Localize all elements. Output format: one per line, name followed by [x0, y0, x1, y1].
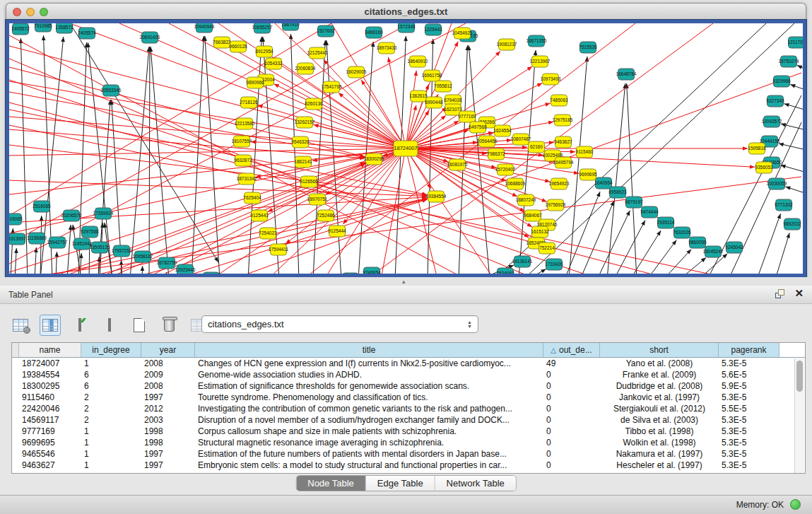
cell-short[interactable]: Yano et al. (2008): [600, 358, 719, 368]
cell-year[interactable]: 1997: [141, 460, 195, 470]
table-settings-button[interactable]: [10, 315, 31, 336]
tab-network-table[interactable]: Network Table: [435, 476, 516, 491]
cell-name[interactable]: 18300295: [19, 381, 81, 391]
cell-pagerank[interactable]: 5.3E-5: [719, 460, 779, 470]
cell-pagerank[interactable]: 5.3E-5: [719, 426, 779, 436]
cell-title[interactable]: Structural magnetic resonance image aver…: [195, 438, 543, 448]
cell-title[interactable]: Investigating the contribution of common…: [195, 404, 543, 414]
tab-node-table[interactable]: Node Table: [296, 476, 366, 491]
table-row[interactable]: 1938455462009Genome-wide association stu…: [12, 369, 805, 380]
table-row[interactable]: 977716911998Corpus callosum shape and si…: [12, 426, 805, 437]
network-graph[interactable]: 2405572791098513585722405574206914061094…: [9, 23, 803, 274]
cell-name[interactable]: 18724007: [19, 358, 81, 368]
show-columns-button[interactable]: [40, 315, 61, 336]
cell-short[interactable]: de Silva et al. (2003): [600, 415, 719, 425]
column-header-in_degree[interactable]: in_degree: [81, 343, 141, 357]
vertical-scrollbar[interactable]: [794, 358, 804, 473]
cell-name[interactable]: 9115460: [19, 392, 81, 402]
cell-year[interactable]: 2009: [141, 370, 195, 380]
cell-name[interactable]: 22420046: [19, 404, 81, 414]
column-header-short[interactable]: short: [600, 343, 719, 357]
column-header-name[interactable]: name: [19, 343, 81, 357]
cell-year[interactable]: 1997: [141, 449, 195, 459]
cell-out_degree[interactable]: 0: [543, 392, 600, 402]
cell-in_degree[interactable]: 2: [81, 415, 141, 425]
cell-in_degree[interactable]: 1: [81, 438, 141, 448]
table-row[interactable]: 946554611997Estimation of the future num…: [12, 448, 805, 460]
cell-title[interactable]: Estimation of significance thresholds fo…: [195, 381, 543, 391]
cell-out_degree[interactable]: 0: [543, 449, 600, 459]
column-header-year[interactable]: year: [141, 343, 195, 357]
table-row[interactable]: 2242004622012Investigating the contribut…: [12, 403, 805, 414]
column-header-out_degree[interactable]: △out_de...: [543, 343, 600, 357]
tab-edge-table[interactable]: Edge Table: [366, 476, 435, 491]
cell-short[interactable]: Tibbo et al. (1998): [600, 426, 719, 436]
deselect-all-button[interactable]: [99, 315, 120, 336]
cell-pagerank[interactable]: 5.3E-5: [719, 438, 779, 448]
cell-name[interactable]: 9777169: [19, 426, 81, 436]
cell-in_degree[interactable]: 1: [81, 460, 141, 470]
cell-out_degree[interactable]: 0: [543, 460, 600, 470]
table-row[interactable]: 1456911722003Disruption of a novel membe…: [12, 414, 805, 426]
network-view[interactable]: 2405572791098513585722405574206914061094…: [6, 20, 806, 277]
cell-name[interactable]: 9699695: [19, 438, 81, 448]
cell-pagerank[interactable]: 5.3E-5: [719, 449, 779, 459]
cell-name[interactable]: 14569117: [19, 415, 81, 425]
cell-title[interactable]: Tourette syndrome. Phenomenology and cla…: [195, 392, 543, 402]
cell-out_degree[interactable]: 0: [543, 404, 600, 414]
cell-in_degree[interactable]: 1: [81, 358, 141, 368]
cell-short[interactable]: Jankovic et al. (1997): [600, 392, 719, 402]
cell-title[interactable]: Changes of HCN gene expression and I(f) …: [195, 358, 543, 368]
cell-out_degree[interactable]: 0: [543, 438, 600, 448]
cell-in_degree[interactable]: 2: [81, 392, 141, 402]
table-row[interactable]: 969969511998Structural magnetic resonanc…: [12, 437, 805, 448]
cell-in_degree[interactable]: 1: [81, 426, 141, 436]
cell-year[interactable]: 2003: [141, 415, 195, 425]
cell-pagerank[interactable]: 5.5E-5: [719, 404, 779, 414]
cell-short[interactable]: Hescheler et al. (1997): [600, 460, 719, 470]
cell-in_degree[interactable]: 2: [81, 404, 141, 414]
column-header-pagerank[interactable]: pagerank: [719, 343, 779, 357]
cell-out_degree[interactable]: 0: [543, 426, 600, 436]
cell-short[interactable]: Dudbridge et al. (2008): [600, 381, 719, 391]
cell-title[interactable]: Corpus callosum shape and size in male p…: [195, 426, 543, 436]
cell-year[interactable]: 1997: [141, 392, 195, 402]
table-row[interactable]: 1872400712008Changes of HCN gene express…: [12, 358, 805, 369]
table-row[interactable]: 946362711997Embryonic stem cells: a mode…: [12, 460, 805, 471]
splitter-grip-icon[interactable]: ▴: [402, 278, 406, 285]
cell-pagerank[interactable]: 5.6E-5: [719, 370, 779, 380]
cell-pagerank[interactable]: 5.9E-5: [719, 381, 779, 391]
cell-short[interactable]: Stergiakouli et al. (2012): [600, 404, 719, 414]
cell-pagerank[interactable]: 5.3E-5: [719, 415, 779, 425]
delete-button[interactable]: [158, 315, 180, 336]
cell-in_degree[interactable]: 1: [81, 449, 141, 459]
float-window-icon[interactable]: [775, 289, 784, 298]
cell-out_degree[interactable]: 0: [543, 415, 600, 425]
cell-short[interactable]: Nakamura et al. (1997): [600, 449, 719, 459]
cell-year[interactable]: 2008: [141, 358, 195, 368]
cell-in_degree[interactable]: 6: [81, 381, 141, 391]
cell-name[interactable]: 19384554: [19, 370, 81, 380]
cell-title[interactable]: Disruption of a novel member of a sodium…: [195, 415, 543, 425]
cell-in_degree[interactable]: 6: [81, 370, 141, 380]
cell-title[interactable]: Estimation of the future numbers of pati…: [195, 449, 543, 459]
select-all-button[interactable]: [69, 315, 90, 336]
cell-short[interactable]: Franke et al. (2009): [600, 370, 719, 380]
cell-title[interactable]: Genome-wide association studies in ADHD.: [195, 370, 543, 380]
cell-name[interactable]: 9465546: [19, 449, 81, 459]
graph-node[interactable]: [343, 273, 359, 274]
cell-pagerank[interactable]: 5.3E-5: [719, 358, 779, 368]
graph-node[interactable]: [204, 272, 220, 274]
cell-out_degree[interactable]: 0: [543, 381, 600, 391]
cell-out_degree[interactable]: 49: [543, 358, 600, 368]
column-header-title[interactable]: title: [195, 343, 543, 357]
network-window-titlebar[interactable]: citations_edges.txt: [6, 3, 806, 20]
close-icon[interactable]: ✕: [794, 288, 804, 298]
cell-title[interactable]: Embryonic stem cells: a model to study s…: [195, 460, 543, 470]
cell-pagerank[interactable]: 5.3E-5: [719, 392, 779, 402]
cell-short[interactable]: Wolkin et al. (1998): [600, 438, 719, 448]
cell-year[interactable]: 1998: [141, 426, 195, 436]
cell-name[interactable]: 9463627: [19, 460, 81, 470]
cell-year[interactable]: 1998: [141, 438, 195, 448]
new-table-button[interactable]: [129, 315, 150, 336]
